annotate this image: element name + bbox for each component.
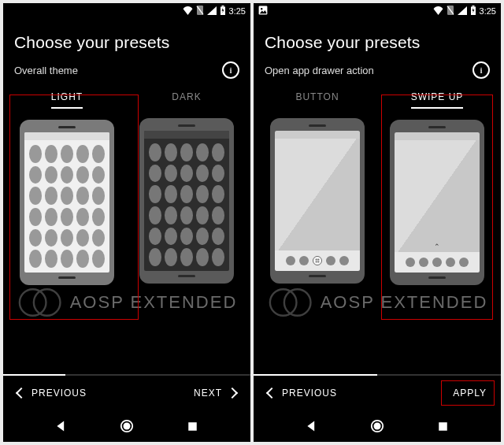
svg-point-16 — [318, 260, 319, 261]
system-navbar — [254, 410, 501, 442]
info-icon[interactable]: i — [222, 61, 239, 79]
statusbar: 3:25 — [254, 3, 501, 19]
option-light[interactable]: LIGHT — [11, 88, 123, 374]
svg-point-15 — [317, 260, 317, 261]
previous-button[interactable]: PREVIOUS — [263, 387, 342, 399]
phone-preview-swipeup: ⌃ — [390, 120, 484, 285]
option-label: LIGHT — [51, 88, 83, 109]
statusbar: 3:25 — [3, 3, 250, 19]
subtitle: Open app drawer action — [265, 65, 374, 76]
battery-icon — [470, 6, 476, 17]
svg-point-19 — [318, 261, 319, 262]
system-navbar — [3, 410, 250, 442]
no-sim-icon — [196, 6, 204, 17]
svg-rect-6 — [188, 422, 197, 431]
svg-rect-1 — [221, 6, 224, 7]
page-title: Choose your presets — [3, 19, 250, 58]
subtitle: Overall theme — [14, 65, 78, 76]
info-icon[interactable]: i — [472, 61, 490, 79]
phone-preview-light — [20, 120, 114, 285]
svg-point-23 — [374, 423, 381, 430]
svg-rect-24 — [439, 422, 447, 431]
option-label: BUTTON — [295, 88, 339, 107]
svg-point-17 — [316, 261, 317, 262]
signal-icon — [458, 6, 467, 17]
signal-icon — [207, 6, 217, 17]
apply-button[interactable]: APPLY — [448, 387, 491, 399]
phone-preview-dark — [139, 118, 234, 284]
phone-preview-button — [270, 118, 365, 284]
svg-point-5 — [124, 423, 131, 430]
home-icon[interactable] — [120, 419, 134, 433]
options-row: LIGHT DARK — [3, 88, 250, 374]
home-icon[interactable] — [370, 419, 384, 433]
svg-rect-10 — [472, 6, 474, 7]
recents-icon[interactable] — [435, 419, 450, 433]
svg-point-14 — [316, 260, 317, 261]
wifi-icon — [183, 6, 193, 17]
option-dark[interactable]: DARK — [131, 88, 243, 374]
svg-point-13 — [318, 259, 319, 260]
options-row: BUTTON SWIPE UP ⌃ — [254, 88, 501, 374]
option-label: DARK — [172, 88, 201, 107]
previous-button[interactable]: PREVIOUS — [13, 387, 91, 399]
page-title: Choose your presets — [254, 19, 501, 58]
battery-icon — [220, 6, 226, 17]
dual-screenshot-frame: 3:25 Choose your presets Overall theme i… — [0, 0, 504, 445]
screen-right: 3:25 Choose your presets Open app drawer… — [254, 3, 501, 442]
back-icon[interactable] — [54, 419, 69, 433]
status-time: 3:25 — [229, 6, 246, 16]
status-time: 3:25 — [480, 6, 496, 16]
wifi-icon — [433, 6, 443, 17]
svg-point-11 — [316, 259, 317, 260]
recents-icon[interactable] — [185, 419, 199, 433]
image-notification-icon — [258, 6, 268, 17]
option-swipeup[interactable]: SWIPE UP ⌃ — [381, 88, 493, 374]
svg-point-8 — [261, 8, 262, 9]
back-icon[interactable] — [305, 419, 319, 433]
footer: PREVIOUS APPLY — [254, 376, 501, 410]
svg-point-18 — [317, 261, 317, 262]
no-sim-icon — [447, 6, 454, 17]
next-button[interactable]: NEXT — [189, 387, 241, 399]
screen-left: 3:25 Choose your presets Overall theme i… — [3, 3, 250, 442]
option-label: SWIPE UP — [411, 88, 464, 109]
svg-point-12 — [317, 259, 317, 260]
option-button[interactable]: BUTTON — [261, 88, 373, 374]
footer: PREVIOUS NEXT — [3, 376, 250, 410]
chevron-up-icon: ⌃ — [434, 243, 440, 250]
